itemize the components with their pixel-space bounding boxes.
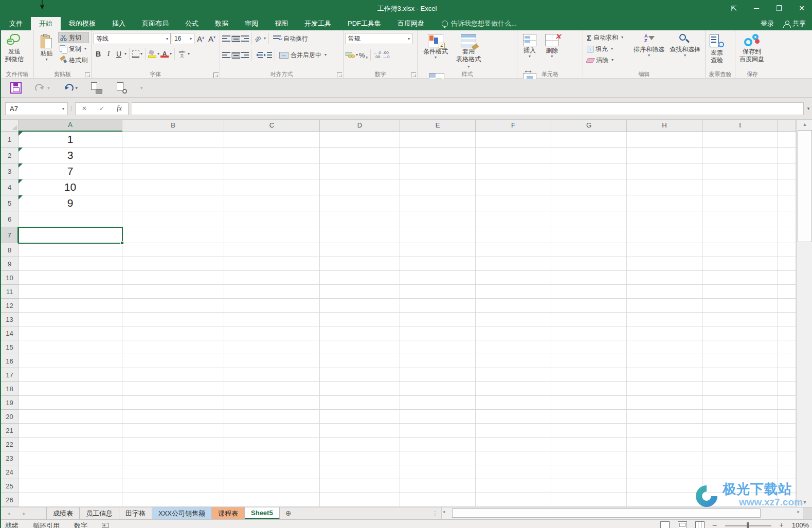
cell-E22[interactable] [400, 438, 476, 451]
cell-I17[interactable] [702, 368, 778, 382]
row-header-19[interactable]: 19 [1, 396, 19, 410]
wrap-text-button[interactable]: 自动换行 [272, 33, 310, 44]
cell-B12[interactable] [122, 299, 224, 313]
cell-E1[interactable] [400, 132, 476, 148]
cell-C20[interactable] [224, 410, 320, 424]
middle-align-button[interactable] [231, 35, 240, 42]
cell-partial-24[interactable] [778, 465, 796, 479]
cell-F11[interactable] [476, 285, 551, 299]
cell-G26[interactable] [551, 493, 627, 507]
cell-I19[interactable] [702, 396, 778, 410]
ribbon-display-options-button[interactable]: ⇱ [723, 0, 745, 17]
row-header-5[interactable]: 5 [1, 195, 19, 211]
sheet-tab-1[interactable]: 成绩表 [47, 507, 80, 519]
share-button[interactable]: 共享 [783, 19, 806, 28]
cell-partial-1[interactable] [778, 132, 796, 148]
cell-H18[interactable] [627, 382, 702, 396]
cell-F15[interactable] [476, 340, 551, 354]
cell-H5[interactable] [627, 195, 702, 211]
cell-partial-10[interactable] [778, 271, 796, 285]
maximize-button[interactable]: ❐ [768, 0, 790, 17]
cell-E10[interactable] [400, 271, 476, 285]
cell-F14[interactable] [476, 326, 551, 340]
cell-E9[interactable] [400, 257, 476, 271]
cell-H12[interactable] [627, 299, 702, 313]
cell-E20[interactable] [400, 410, 476, 424]
cancel-entry-button[interactable]: ✕ [82, 105, 87, 112]
cell-H4[interactable] [627, 179, 702, 195]
page-layout-view-button[interactable] [678, 521, 687, 528]
cell-D7[interactable] [320, 227, 400, 243]
row-header-14[interactable]: 14 [1, 326, 19, 340]
decrease-decimal-button[interactable]: .00→.0 [382, 51, 390, 59]
cell-D5[interactable] [320, 195, 400, 211]
cell-B9[interactable] [122, 257, 224, 271]
row-header-9[interactable]: 9 [1, 257, 19, 271]
cell-partial-25[interactable] [778, 479, 796, 493]
cell-C14[interactable] [224, 326, 320, 340]
namebox-resize-handle[interactable]: ⋮ [68, 105, 75, 112]
cell-C24[interactable] [224, 465, 320, 479]
conditional-formatting-button[interactable]: ≠ 条件格式 ▾ [420, 32, 452, 71]
cell-C21[interactable] [224, 424, 320, 438]
cell-D12[interactable] [320, 299, 400, 313]
cell-A1[interactable]: 1 [19, 132, 122, 148]
cell-G20[interactable] [551, 410, 627, 424]
format-painter-button[interactable]: 格式刷 [58, 54, 89, 66]
cell-I26[interactable] [702, 493, 778, 507]
cell-I9[interactable] [702, 257, 778, 271]
ribbon-tab-11[interactable]: 百度网盘 [389, 17, 432, 30]
ribbon-tab-1[interactable]: 开始 [31, 17, 61, 30]
cell-D10[interactable] [320, 271, 400, 285]
zoom-out-button[interactable]: – [713, 521, 717, 528]
cell-partial-6[interactable] [778, 211, 796, 227]
cell-partial-7[interactable] [778, 227, 796, 243]
cell-E21[interactable] [400, 424, 476, 438]
cell-H25[interactable] [627, 479, 702, 493]
cell-A23[interactable] [19, 451, 122, 465]
cell-I11[interactable] [702, 285, 778, 299]
cell-C12[interactable] [224, 299, 320, 313]
save-button[interactable] [10, 82, 22, 94]
bottom-align-button[interactable] [241, 35, 249, 42]
cell-G25[interactable] [551, 479, 627, 493]
cell-D26[interactable] [320, 493, 400, 507]
ribbon-tab-6[interactable]: 数据 [207, 17, 237, 30]
cell-C9[interactable] [224, 257, 320, 271]
page-break-view-button[interactable] [695, 521, 705, 528]
column-header-partial[interactable] [778, 120, 796, 132]
cut-button[interactable]: 剪切 [58, 32, 89, 43]
undo-button[interactable]: ▾ [63, 84, 78, 92]
row-header-11[interactable]: 11 [1, 285, 19, 299]
column-header-E[interactable]: E [400, 120, 476, 132]
cell-E17[interactable] [400, 368, 476, 382]
cell-E2[interactable] [400, 148, 476, 163]
cell-G3[interactable] [551, 163, 627, 179]
sheet-tab-2[interactable]: 员工信息 [80, 507, 119, 519]
scroll-left-arrow[interactable]: ◂ [443, 509, 445, 514]
format-as-table-button[interactable]: 套用 表格格式 ▾ [453, 32, 484, 71]
cell-A12[interactable] [19, 299, 122, 313]
cell-C17[interactable] [224, 368, 320, 382]
row-header-8[interactable]: 8 [1, 243, 19, 257]
cell-G2[interactable] [551, 148, 627, 163]
ribbon-tab-9[interactable]: 开发工具 [296, 17, 339, 30]
cell-D16[interactable] [320, 354, 400, 368]
zoom-slider[interactable] [725, 525, 771, 526]
cell-H22[interactable] [627, 438, 702, 451]
row-header-23[interactable]: 23 [1, 451, 19, 465]
sheet-nav-right-arrow[interactable]: ▸ [16, 507, 32, 519]
cell-H24[interactable] [627, 465, 702, 479]
cell-B15[interactable] [122, 340, 224, 354]
cell-A8[interactable] [19, 243, 122, 257]
cell-partial-5[interactable] [778, 195, 796, 211]
cell-B4[interactable] [122, 179, 224, 195]
cell-G4[interactable] [551, 179, 627, 195]
cell-I22[interactable] [702, 438, 778, 451]
formula-bar-input[interactable] [132, 102, 804, 115]
row-header-12[interactable]: 12 [1, 299, 19, 313]
cell-G13[interactable] [551, 313, 627, 326]
cell-A14[interactable] [19, 326, 122, 340]
align-right-button[interactable] [241, 52, 249, 58]
cell-H1[interactable] [627, 132, 702, 148]
